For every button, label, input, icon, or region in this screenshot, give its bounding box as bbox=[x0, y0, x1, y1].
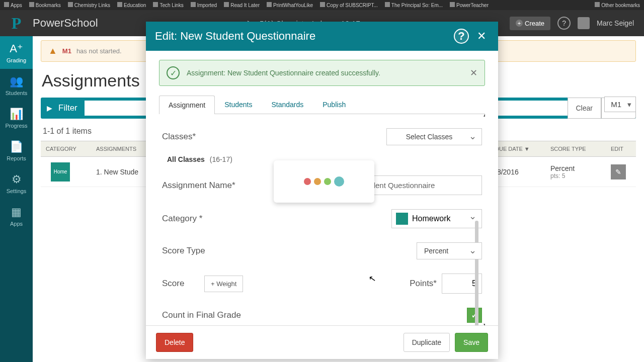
bookmark-bar: Apps Bookmarks Chemistry Links Education… bbox=[0, 0, 644, 10]
help-icon[interactable]: ? bbox=[557, 17, 571, 30]
tab-students[interactable]: Students bbox=[215, 95, 262, 114]
tab-assignment[interactable]: Assignment bbox=[159, 96, 215, 114]
score-type-dropdown[interactable]: Percent bbox=[417, 242, 482, 259]
delete-button[interactable]: Delete bbox=[156, 333, 193, 352]
dot-icon bbox=[334, 176, 344, 187]
sidebar-item-progress[interactable]: 📊Progress bbox=[0, 102, 33, 134]
alert-text: has not started. bbox=[76, 47, 122, 55]
progress-icon: 📊 bbox=[10, 108, 23, 121]
tab-publish[interactable]: Publish bbox=[313, 95, 355, 114]
duplicate-button[interactable]: Duplicate bbox=[404, 333, 450, 352]
tab-standards[interactable]: Standards bbox=[262, 95, 313, 114]
students-icon: 👥 bbox=[10, 75, 23, 88]
count-final-checkbox[interactable]: ✓ bbox=[467, 308, 482, 323]
gear-icon: ⚙ bbox=[12, 173, 22, 186]
success-text: Assignment: New Student Questionnaire cr… bbox=[187, 69, 463, 77]
bm[interactable]: Chemistry Links bbox=[68, 2, 110, 8]
col-edit: EDIT bbox=[606, 146, 636, 152]
col-category[interactable]: CATEGORY bbox=[41, 146, 91, 152]
edit-modal: Edit: New Student Questionnaire ? ✕ ✓ As… bbox=[146, 22, 498, 359]
success-banner: ✓ Assignment: New Student Questionnaire … bbox=[159, 60, 485, 86]
score-type: Percentpts: 5 bbox=[545, 164, 606, 179]
col-due[interactable]: DUE DATE ▼ bbox=[490, 146, 545, 152]
bm-apps[interactable]: Apps bbox=[4, 2, 22, 8]
sidebar-item-grading[interactable]: A⁺Grading bbox=[0, 36, 33, 69]
bm[interactable]: Copy of SUBSCRIPT... bbox=[320, 2, 378, 8]
count-final-label: Count in Final Grade bbox=[159, 310, 315, 320]
bm[interactable]: Read It Later bbox=[224, 2, 260, 8]
loading-indicator bbox=[274, 160, 374, 203]
add-weight-button[interactable]: + Weight bbox=[204, 276, 243, 292]
sidebar-item-students[interactable]: 👥Students bbox=[0, 69, 33, 102]
modal-footer: Delete Duplicate Save bbox=[146, 325, 498, 359]
due-date: /8/2016 bbox=[490, 168, 545, 176]
bm[interactable]: PowerTeacher bbox=[450, 2, 489, 8]
sidebar: A⁺Grading 👥Students 📊Progress 📄Reports ⚙… bbox=[0, 36, 33, 362]
check-icon: ✓ bbox=[167, 66, 180, 79]
modal-title: Edit: New Student Questionnaire bbox=[155, 30, 454, 43]
warning-icon: ▲ bbox=[48, 46, 57, 56]
category-label: Category * bbox=[159, 214, 315, 224]
bm-other[interactable]: Other bookmarks bbox=[595, 2, 640, 8]
bm[interactable]: The Principal So: Em... bbox=[385, 2, 443, 8]
term-dropdown[interactable]: M1 bbox=[604, 97, 636, 112]
modal-tabs: Assignment Students Standards Publish bbox=[159, 95, 485, 114]
col-score[interactable]: SCORE TYPE bbox=[545, 146, 606, 152]
alert-code: M1 bbox=[62, 47, 71, 55]
bm[interactable]: Imported bbox=[191, 2, 217, 8]
close-icon[interactable]: ✕ bbox=[474, 30, 489, 43]
filter-expand-icon[interactable]: ▶ bbox=[41, 104, 58, 112]
apps-icon: ▦ bbox=[11, 206, 22, 219]
modal-header: Edit: New Student Questionnaire ? ✕ bbox=[146, 22, 498, 51]
points-label: Points* bbox=[410, 279, 437, 289]
classes-label: Classes* bbox=[159, 132, 315, 142]
brand-name: PowerSchool bbox=[33, 17, 98, 30]
sidebar-item-reports[interactable]: 📄Reports bbox=[0, 134, 33, 167]
dismiss-icon[interactable]: ✕ bbox=[470, 67, 477, 78]
dot-icon bbox=[324, 178, 331, 185]
create-button[interactable]: +Create bbox=[510, 17, 550, 30]
bm[interactable]: PrintWhatYouLike bbox=[267, 2, 313, 8]
bm[interactable]: Bookmarks bbox=[29, 2, 61, 8]
category-dropdown[interactable]: Homework bbox=[391, 209, 482, 228]
dot-icon bbox=[314, 178, 321, 185]
select-classes-dropdown[interactable]: Select Classes bbox=[386, 128, 482, 145]
filter-label: Filter bbox=[58, 103, 85, 113]
save-button[interactable]: Save bbox=[455, 333, 488, 352]
score-type-label: Score Type bbox=[159, 246, 315, 256]
edit-icon[interactable]: ✎ bbox=[611, 164, 626, 179]
bm[interactable]: Tech Links bbox=[153, 2, 183, 8]
clear-button[interactable]: Clear bbox=[568, 98, 601, 119]
reports-icon: 📄 bbox=[10, 140, 23, 153]
category-swatch bbox=[396, 213, 408, 225]
form-scroll[interactable]: ▴ ▾ Classes* Select Classes All Classes(… bbox=[159, 114, 485, 325]
scrollbar[interactable] bbox=[475, 221, 478, 325]
sidebar-item-apps[interactable]: ▦Apps bbox=[0, 200, 33, 232]
scroll-down-icon[interactable]: ▾ bbox=[484, 322, 485, 325]
logo[interactable]: P bbox=[0, 14, 33, 33]
modal-help-icon[interactable]: ? bbox=[454, 29, 469, 44]
sidebar-item-settings[interactable]: ⚙Settings bbox=[0, 167, 33, 200]
user-name[interactable]: Marc Seigel bbox=[597, 19, 634, 27]
grade-icon: A⁺ bbox=[10, 42, 23, 55]
bm[interactable]: Education bbox=[117, 2, 146, 8]
user-avatar-icon[interactable] bbox=[578, 17, 590, 29]
category-badge: Home bbox=[51, 162, 70, 182]
dot-icon bbox=[304, 178, 311, 185]
scroll-up-icon[interactable]: ▴ bbox=[484, 114, 485, 118]
score-label: Score bbox=[159, 279, 204, 289]
